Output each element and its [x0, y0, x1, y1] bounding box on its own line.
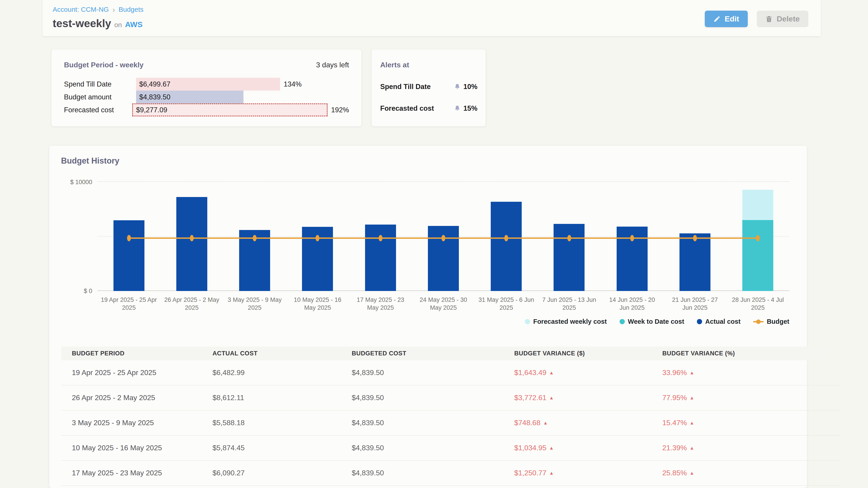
table-header-cell: BUDGETED COST [352, 350, 514, 357]
actual-cost-bar[interactable] [680, 233, 710, 291]
cell-budgeted-cost: $4,839.50 [352, 469, 514, 477]
chart-column [223, 177, 286, 291]
y-axis-tick-0: $ 0 [56, 288, 92, 295]
actual-cost-bar[interactable] [114, 220, 145, 291]
x-axis-label: 3 May 2025 - 9 May 2025 [223, 296, 286, 312]
chart-column [160, 177, 223, 291]
budget-line-marker[interactable] [630, 235, 634, 241]
table-header-cell: BUDGET PERIOD [72, 350, 213, 357]
bp-forecast-bar: $9,277.09 [132, 103, 328, 116]
cloud-provider-label: AWS [125, 20, 143, 29]
budget-line-marker[interactable] [504, 235, 508, 241]
legend-label: Budget [767, 318, 789, 325]
days-left-label: 3 days left [316, 61, 349, 69]
table-header-row: BUDGET PERIODACTUAL COSTBUDGETED COSTBUD… [61, 347, 828, 360]
trash-icon [765, 15, 773, 23]
bp-row-value: $4,839.50 [136, 93, 170, 101]
x-axis-label: 21 Jun 2025 - 27 Jun 2025 [663, 296, 726, 312]
chart-column [475, 177, 538, 291]
budget-history-table: BUDGET PERIODACTUAL COSTBUDGETED COSTBUD… [61, 347, 779, 486]
cell-actual-cost: $5,874.45 [213, 444, 352, 452]
table-header-cell: BUDGET VARIANCE (%) [662, 350, 828, 357]
chart-legend: Forecasted weekly costWeek to Date costA… [525, 318, 789, 325]
cell-actual-cost: $6,482.99 [213, 368, 352, 377]
cell-budget-period: 26 Apr 2025 - 2 May 2025 [72, 394, 213, 402]
table-row: 26 Apr 2025 - 2 May 2025$8,612.11$4,839.… [61, 385, 841, 411]
alert-label: Spend Till Date [380, 83, 454, 91]
bell-icon [454, 84, 461, 90]
cell-actual-cost: $6,090.27 [213, 469, 352, 477]
budget-period-title: Budget Period - weekly [64, 61, 144, 69]
actual-cost-bar[interactable] [491, 202, 522, 291]
budget-period-row-forecast: Forecasted cost$9,277.09192% [64, 103, 349, 116]
x-axis-label: 31 May 2025 - 6 Jun 2025 [475, 296, 538, 312]
actual-cost-bar[interactable] [176, 197, 207, 291]
up-arrow-icon: ▲ [549, 446, 554, 450]
y-axis-tick-10000: $ 10000 [56, 179, 92, 186]
up-arrow-icon: ▲ [549, 470, 554, 475]
page-title: test-weekly [53, 17, 111, 30]
alert-percent: 15% [463, 104, 477, 112]
budget-line-marker[interactable] [441, 235, 445, 241]
cell-budgeted-cost: $4,839.50 [352, 444, 514, 452]
budget-line-marker[interactable] [756, 235, 760, 241]
bp-row-percent: 134% [284, 80, 302, 88]
breadcrumb-budgets-link[interactable]: Budgets [119, 6, 144, 13]
cell-budget-variance-usd: $1,250.77▲ [514, 469, 662, 477]
budget-line-marker[interactable] [315, 235, 319, 241]
bp-row-value: $6,499.67 [136, 80, 170, 88]
up-arrow-icon: ▲ [543, 420, 548, 425]
chart-column [349, 177, 412, 291]
edit-button[interactable]: Edit [705, 11, 748, 27]
budget-line-marker[interactable] [253, 235, 256, 241]
bp-row-label: Forecasted cost [64, 106, 132, 114]
cell-actual-cost: $8,612.11 [213, 394, 352, 402]
legend-item-budget[interactable]: Budget [753, 318, 789, 325]
cell-budget-variance-usd: $1,034.95▲ [514, 444, 662, 452]
x-axis-label: 10 May 2025 - 16 May 2025 [286, 296, 349, 312]
delete-button[interactable]: Delete [757, 11, 808, 27]
budget-line-marker[interactable] [693, 235, 697, 241]
budget-period-rows: Spend Till Date$6,499.67134%Budget amoun… [64, 78, 349, 116]
x-axis-label: 14 Jun 2025 - 20 Jun 2025 [600, 296, 663, 312]
cell-budget-variance-usd: $1,643.49▲ [514, 368, 662, 377]
week-to-date-cost-bar[interactable] [742, 220, 773, 291]
up-arrow-icon: ▲ [690, 370, 694, 375]
cell-budget-variance-usd: $748.68▲ [514, 419, 662, 427]
cell-budget-period: 17 May 2025 - 23 May 2025 [72, 469, 213, 477]
budget-period-card: Budget Period - weekly 3 days left Spend… [52, 50, 362, 126]
up-arrow-icon: ▲ [690, 446, 694, 450]
bp-row-percent: 192% [331, 106, 349, 114]
cell-actual-cost: $5,588.18 [213, 419, 352, 427]
alert-row: Forecasted cost15% [380, 104, 477, 112]
budget-line-marker[interactable] [127, 235, 131, 241]
legend-item-actual-cost[interactable]: Actual cost [697, 318, 741, 325]
breadcrumb-account-link[interactable]: Account: CCM-NG [53, 6, 109, 13]
budget-line-marker[interactable] [190, 235, 194, 241]
cell-budget-variance-pct: 15.47%▲ [662, 419, 841, 427]
cell-budget-variance-pct: 21.39%▲ [662, 444, 841, 452]
page-header: Account: CCM-NG › Budgets test-weekly on… [43, 0, 821, 36]
cell-budgeted-cost: $4,839.50 [352, 368, 514, 377]
chart-column [97, 177, 160, 291]
actual-cost-bar[interactable] [554, 224, 585, 291]
table-header-cell: BUDGET VARIANCE ($) [514, 350, 662, 357]
alert-row: Spend Till Date10% [380, 83, 477, 91]
legend-item-forecasted-weekly-cost[interactable]: Forecasted weekly cost [525, 318, 607, 325]
cell-budgeted-cost: $4,839.50 [352, 419, 514, 427]
chart-column [286, 177, 349, 291]
budget-line-marker[interactable] [567, 235, 571, 241]
table-row: 17 May 2025 - 23 May 2025$6,090.27$4,839… [61, 461, 841, 486]
actual-cost-bar[interactable] [365, 225, 396, 291]
title-on-word: on [114, 21, 122, 29]
budget-line-marker[interactable] [379, 235, 382, 241]
table-row: 10 May 2025 - 16 May 2025$5,874.45$4,839… [61, 435, 841, 461]
legend-item-week-to-date-cost[interactable]: Week to Date cost [620, 318, 684, 325]
x-axis-label: 24 May 2025 - 30 May 2025 [412, 296, 475, 312]
cell-budget-variance-usd: $3,772.61▲ [514, 394, 662, 402]
cell-budget-variance-pct: 77.95%▲ [662, 394, 841, 402]
chart-column [412, 177, 475, 291]
cell-budget-variance-pct: 25.85%▲ [662, 469, 841, 477]
table-header-cell: ACTUAL COST [213, 350, 352, 357]
x-axis-labels: 19 Apr 2025 - 25 Apr 202526 Apr 2025 - 2… [97, 296, 789, 312]
